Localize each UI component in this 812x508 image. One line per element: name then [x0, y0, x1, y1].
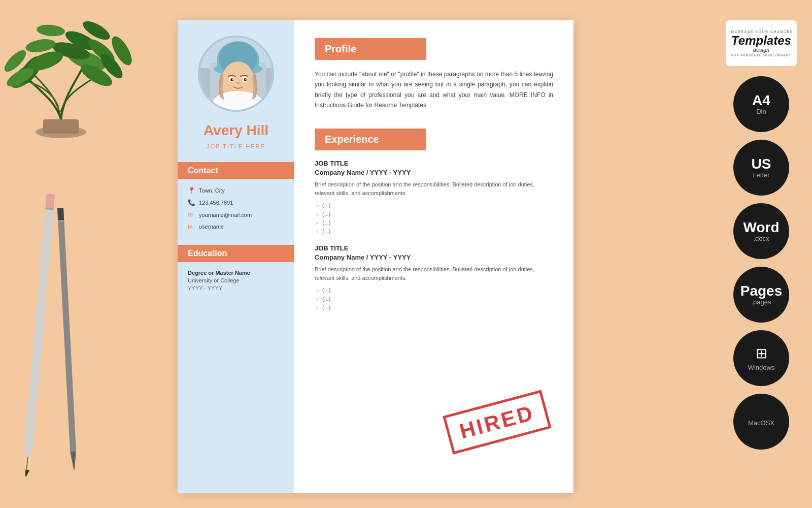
education-section: Education Degree or Master Name Universi…: [178, 245, 294, 291]
bullet-item: (...): [322, 219, 553, 226]
contact-section: Contact: [178, 162, 294, 187]
svg-point-41: [232, 79, 233, 80]
job-entry-1: JOB TITLE Company Name / YYYY - YYYY Bri…: [315, 160, 553, 234]
svg-rect-18: [45, 194, 55, 209]
format-pages-sub: .pages: [751, 298, 771, 306]
bullet-item: (...): [322, 287, 553, 293]
svg-point-40: [244, 78, 247, 81]
candidate-name: Avery Hill: [196, 122, 276, 139]
pencil-decoration: [25, 193, 76, 500]
format-btn-windows[interactable]: ⊞ Windows: [733, 330, 789, 386]
education-header: Education: [178, 245, 294, 262]
format-pages-main: Pages: [740, 284, 783, 298]
linkedin-icon: in: [188, 224, 195, 230]
format-btn-macosx[interactable]: MacOSX: [733, 394, 789, 450]
bullet-item: (...): [322, 304, 553, 310]
brand-tagline-bottom: FOR PERSONAL DEVELOPMENT: [731, 54, 791, 57]
format-a4-main: A4: [752, 93, 770, 108]
edu-school: University or College: [188, 277, 284, 283]
job-bullets-2: (...) (...) (...): [315, 287, 553, 310]
education-details: Degree or Master Name University or Coll…: [178, 270, 294, 291]
job-desc-2: Brief description of the position and th…: [315, 265, 553, 283]
brand-name: Templates: [731, 35, 791, 47]
company-year-1: Company Name / YYYY - YYYY: [315, 169, 553, 176]
contact-linkedin: in username: [188, 224, 284, 230]
svg-point-39: [230, 78, 233, 81]
job-bullets-1: (...) (...) (...) (...): [315, 202, 553, 234]
svg-rect-17: [25, 194, 55, 457]
profile-photo: [198, 36, 274, 112]
format-btn-word[interactable]: Word .docx: [733, 203, 789, 259]
format-btn-us[interactable]: US Letter: [733, 140, 789, 196]
experience-header: Experience: [315, 129, 426, 150]
job-desc-1: Brief description of the position and th…: [315, 180, 553, 198]
job-title-1: JOB TITLE: [315, 160, 553, 167]
experience-section: Experience JOB TITLE Company Name / YYYY…: [315, 129, 553, 310]
svg-rect-23: [57, 208, 76, 452]
company-year-2: Company Name / YYYY - YYYY: [315, 253, 553, 261]
format-word-sub: .docx: [753, 235, 769, 242]
edu-year: YYYY - YYYY: [188, 285, 284, 291]
bullet-item: (...): [322, 202, 553, 208]
phone-icon: 📞: [188, 199, 195, 206]
format-us-sub: Letter: [753, 171, 769, 179]
svg-rect-1: [43, 119, 79, 134]
svg-rect-24: [57, 208, 64, 221]
contact-location: 📍 Town, City: [188, 187, 284, 194]
contact-phone: 📞 123.456.7891: [188, 199, 284, 206]
format-word-main: Word: [743, 220, 779, 235]
profile-header: Profile: [315, 38, 426, 60]
format-windows-sub: Windows: [748, 364, 775, 371]
svg-point-42: [245, 79, 246, 80]
windows-icon: ⊞: [756, 345, 767, 362]
bullet-item: (...): [322, 228, 553, 234]
bullet-item: (...): [322, 211, 553, 217]
bullet-item: (...): [322, 296, 553, 302]
svg-point-15: [36, 24, 65, 38]
format-macosx-sub: MacOSX: [748, 419, 774, 427]
profile-section: Profile You can include "about me" or "p…: [315, 38, 553, 111]
format-a4-sub: Din: [756, 108, 766, 115]
brand-logo: INCREASE YOUR CHANCES Templates design F…: [726, 20, 797, 66]
contact-email: ✉ yourname@mail.com: [188, 211, 284, 218]
resume-sidebar: Avery Hill JOB TITLE HERE Contact 📍 Town…: [178, 20, 294, 493]
candidate-job-title: JOB TITLE HERE: [207, 143, 265, 149]
contact-details: 📍 Town, City 📞 123.456.7891 ✉ yourname@m…: [178, 187, 294, 235]
svg-rect-26: [58, 220, 63, 223]
job-entry-2: JOB TITLE Company Name / YYYY - YYYY Bri…: [315, 244, 553, 310]
edu-degree: Degree or Master Name: [188, 270, 284, 276]
format-btn-a4[interactable]: A4 Din: [733, 76, 789, 132]
brand-sub: design: [753, 47, 769, 53]
job-title-2: JOB TITLE: [315, 244, 553, 252]
email-icon: ✉: [188, 211, 195, 218]
contact-header: Contact: [178, 162, 294, 179]
brand-tagline-top: INCREASE YOUR CHANCES: [729, 30, 793, 34]
plant-decoration: [0, 0, 173, 142]
location-icon: 📍: [188, 187, 195, 194]
format-us-main: US: [752, 157, 771, 171]
format-btn-pages[interactable]: Pages .pages: [733, 267, 789, 323]
profile-text: You can include "about me" or "profile" …: [315, 69, 553, 111]
resume-document: Avery Hill JOB TITLE HERE Contact 📍 Town…: [178, 20, 573, 493]
right-panel: INCREASE YOUR CHANCES Templates design F…: [726, 20, 797, 450]
